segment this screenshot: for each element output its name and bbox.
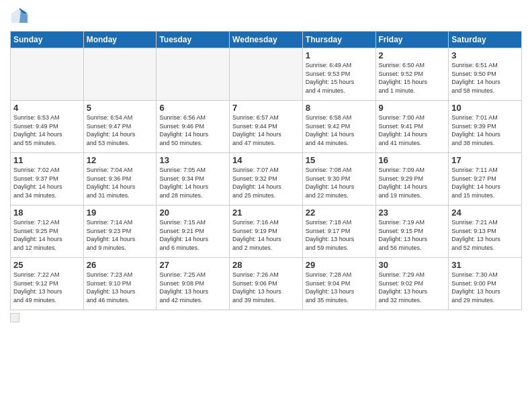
day-number: 14 [232,155,300,165]
calendar-cell: 4Sunrise: 6:53 AM Sunset: 9:49 PM Daylig… [11,101,84,153]
calendar-cell [230,48,303,101]
day-info: Sunrise: 7:09 AM Sunset: 9:29 PM Dayligh… [379,166,446,199]
calendar-cell [157,48,230,101]
day-info: Sunrise: 6:51 AM Sunset: 9:50 PM Dayligh… [451,61,519,95]
calendar-cell: 15Sunrise: 7:08 AM Sunset: 9:30 PM Dayli… [302,153,375,205]
day-number: 27 [159,260,226,270]
calendar-cell: 23Sunrise: 7:19 AM Sunset: 9:15 PM Dayli… [375,205,449,258]
day-info: Sunrise: 7:05 AM Sunset: 9:34 PM Dayligh… [159,166,226,199]
header-saturday: Saturday [449,32,522,48]
calendar-cell: 29Sunrise: 7:28 AM Sunset: 9:04 PM Dayli… [302,258,375,310]
calendar-cell: 31Sunrise: 7:30 AM Sunset: 9:00 PM Dayli… [449,258,522,310]
calendar-cell: 20Sunrise: 7:15 AM Sunset: 9:21 PM Dayli… [157,205,230,258]
calendar-cell: 26Sunrise: 7:23 AM Sunset: 9:10 PM Dayli… [83,258,157,310]
calendar-cell: 28Sunrise: 7:26 AM Sunset: 9:06 PM Dayli… [230,258,303,310]
day-number: 19 [87,208,154,218]
calendar-cell: 25Sunrise: 7:22 AM Sunset: 9:12 PM Dayli… [11,258,84,310]
calendar-cell: 14Sunrise: 7:07 AM Sunset: 9:32 PM Dayli… [230,153,303,205]
day-info: Sunrise: 6:50 AM Sunset: 9:52 PM Dayligh… [379,61,446,95]
logo-icon [10,7,29,26]
day-number: 29 [306,260,373,270]
day-info: Sunrise: 7:07 AM Sunset: 9:32 PM Dayligh… [232,166,300,199]
header-tuesday: Tuesday [157,32,230,48]
calendar-cell: 19Sunrise: 7:14 AM Sunset: 9:23 PM Dayli… [83,205,157,258]
calendar-week-row: 18Sunrise: 7:12 AM Sunset: 9:25 PM Dayli… [11,205,522,258]
day-info: Sunrise: 7:30 AM Sunset: 9:00 PM Dayligh… [451,271,519,304]
logo [10,7,32,26]
day-info: Sunrise: 6:49 AM Sunset: 9:53 PM Dayligh… [306,61,373,95]
day-info: Sunrise: 7:16 AM Sunset: 9:19 PM Dayligh… [232,218,300,252]
day-info: Sunrise: 6:56 AM Sunset: 9:46 PM Dayligh… [159,113,226,147]
calendar-week-row: 1Sunrise: 6:49 AM Sunset: 9:53 PM Daylig… [11,48,522,101]
calendar-cell: 30Sunrise: 7:29 AM Sunset: 9:02 PM Dayli… [375,258,449,310]
day-number: 30 [379,260,446,270]
day-number: 24 [451,208,519,218]
day-info: Sunrise: 7:12 AM Sunset: 9:25 PM Dayligh… [13,218,81,252]
calendar-cell: 16Sunrise: 7:09 AM Sunset: 9:29 PM Dayli… [375,153,449,205]
calendar-cell: 5Sunrise: 6:54 AM Sunset: 9:47 PM Daylig… [83,101,157,153]
day-number: 25 [13,260,81,270]
day-info: Sunrise: 7:18 AM Sunset: 9:17 PM Dayligh… [306,218,373,252]
day-number: 13 [159,155,226,165]
day-number: 26 [87,260,154,270]
page: Sunday Monday Tuesday Wednesday Thursday… [0,0,532,411]
header-monday: Monday [83,32,157,48]
daylight-legend-box [10,313,19,322]
day-info: Sunrise: 7:15 AM Sunset: 9:21 PM Dayligh… [159,218,226,252]
day-info: Sunrise: 7:23 AM Sunset: 9:10 PM Dayligh… [87,271,154,304]
calendar-cell: 3Sunrise: 6:51 AM Sunset: 9:50 PM Daylig… [449,48,522,101]
day-info: Sunrise: 7:26 AM Sunset: 9:06 PM Dayligh… [232,271,300,304]
day-number: 17 [451,155,519,165]
calendar-cell: 27Sunrise: 7:25 AM Sunset: 9:08 PM Dayli… [157,258,230,310]
calendar-cell: 6Sunrise: 6:56 AM Sunset: 9:46 PM Daylig… [157,101,230,153]
day-info: Sunrise: 6:53 AM Sunset: 9:49 PM Dayligh… [13,113,81,147]
day-number: 8 [306,103,373,113]
day-info: Sunrise: 7:14 AM Sunset: 9:23 PM Dayligh… [87,218,154,252]
day-info: Sunrise: 7:28 AM Sunset: 9:04 PM Dayligh… [306,271,373,304]
day-number: 2 [379,50,446,60]
day-number: 10 [451,103,519,113]
day-info: Sunrise: 7:25 AM Sunset: 9:08 PM Dayligh… [159,271,226,304]
day-number: 23 [379,208,446,218]
day-number: 28 [232,260,300,270]
day-info: Sunrise: 7:00 AM Sunset: 9:41 PM Dayligh… [379,113,446,147]
day-number: 12 [87,155,154,165]
day-info: Sunrise: 7:29 AM Sunset: 9:02 PM Dayligh… [379,271,446,304]
calendar-cell: 1Sunrise: 6:49 AM Sunset: 9:53 PM Daylig… [302,48,375,101]
day-number: 5 [87,103,154,113]
day-number: 31 [451,260,519,270]
day-number: 9 [379,103,446,113]
day-number: 11 [13,155,81,165]
calendar-cell: 11Sunrise: 7:02 AM Sunset: 9:37 PM Dayli… [11,153,84,205]
calendar-cell [83,48,157,101]
calendar-cell: 24Sunrise: 7:21 AM Sunset: 9:13 PM Dayli… [449,205,522,258]
day-info: Sunrise: 6:54 AM Sunset: 9:47 PM Dayligh… [87,113,154,147]
day-info: Sunrise: 6:57 AM Sunset: 9:44 PM Dayligh… [232,113,300,147]
footer [10,313,522,322]
day-number: 1 [306,50,373,60]
day-number: 20 [159,208,226,218]
calendar-cell: 21Sunrise: 7:16 AM Sunset: 9:19 PM Dayli… [230,205,303,258]
calendar-cell: 12Sunrise: 7:04 AM Sunset: 9:36 PM Dayli… [83,153,157,205]
calendar-cell: 17Sunrise: 7:11 AM Sunset: 9:27 PM Dayli… [449,153,522,205]
day-number: 18 [13,208,81,218]
day-info: Sunrise: 7:02 AM Sunset: 9:37 PM Dayligh… [13,166,81,199]
day-info: Sunrise: 7:11 AM Sunset: 9:27 PM Dayligh… [451,166,519,199]
header-sunday: Sunday [11,32,84,48]
calendar-table: Sunday Monday Tuesday Wednesday Thursday… [10,31,522,310]
header-friday: Friday [375,32,449,48]
header-thursday: Thursday [302,32,375,48]
day-number: 4 [13,103,81,113]
day-number: 15 [306,155,373,165]
calendar-cell: 10Sunrise: 7:01 AM Sunset: 9:39 PM Dayli… [449,101,522,153]
day-number: 16 [379,155,446,165]
weekday-header-row: Sunday Monday Tuesday Wednesday Thursday… [11,32,522,48]
calendar-cell: 7Sunrise: 6:57 AM Sunset: 9:44 PM Daylig… [230,101,303,153]
calendar-week-row: 11Sunrise: 7:02 AM Sunset: 9:37 PM Dayli… [11,153,522,205]
calendar-cell: 18Sunrise: 7:12 AM Sunset: 9:25 PM Dayli… [11,205,84,258]
calendar-cell: 2Sunrise: 6:50 AM Sunset: 9:52 PM Daylig… [375,48,449,101]
day-number: 3 [451,50,519,60]
calendar-week-row: 25Sunrise: 7:22 AM Sunset: 9:12 PM Dayli… [11,258,522,310]
calendar-cell [11,48,84,101]
day-info: Sunrise: 7:22 AM Sunset: 9:12 PM Dayligh… [13,271,81,304]
